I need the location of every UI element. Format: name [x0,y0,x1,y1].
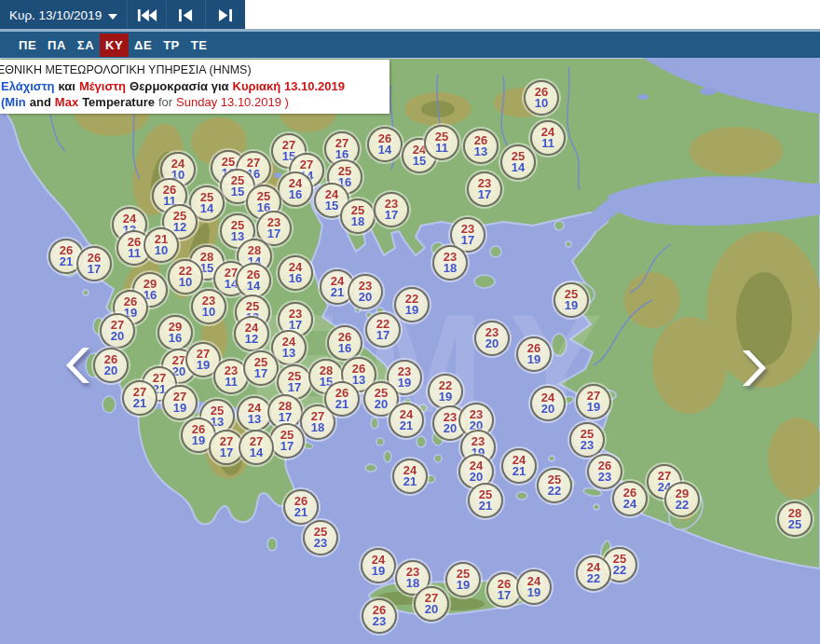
min-temp-value: 16 [289,189,302,201]
min-temp-value: 10 [179,277,192,289]
station-bubble: 2411 [530,120,566,156]
skip-to-first-icon [137,8,157,22]
station-bubble: 2320 [474,321,510,356]
station-bubble: 2412 [234,316,269,351]
station-bubble: 2522 [537,468,572,503]
station-bubble: 2620 [93,348,129,383]
first-day-button[interactable] [127,0,166,31]
min-temp-value: 21 [294,507,308,519]
min-temp-value: 17 [478,189,491,201]
station-bubble: 2310 [191,289,226,324]
info-line-agency: ΕΘΝΙΚΗ ΜΕΤΕΩΡΟΛΟΓΙΚΗ ΥΠΗΡΕΣΙΑ (HNMS) [0,62,384,78]
min-temp-value: 15 [413,156,426,168]
min-temp-value: 20 [541,404,554,416]
day-tab-ΤΕ[interactable]: ΤΕ [185,34,213,57]
station-bubble: 2419 [361,548,396,583]
station-bubble: 2719 [162,385,198,420]
prev-map-arrow[interactable] [65,346,93,385]
info-text-segment: (Min [1,95,26,109]
station-bubble: 2421 [501,448,537,484]
min-temp-value: 21 [60,256,73,268]
min-temp-value: 20 [375,399,388,411]
station-bubble: 2517 [243,350,279,386]
day-tab-ΤΡ[interactable]: ΤΡ [157,34,185,57]
station-bubble: 2614 [236,263,271,298]
station-bubble: 2623 [587,454,622,489]
station-bubble: 2617 [76,246,112,281]
min-temp-value: 17 [279,412,292,424]
step-forward-icon [217,8,233,22]
station-bubble: 2916 [157,315,193,350]
min-temp-value: 16 [338,343,351,355]
min-temp-value: 14 [200,203,213,215]
min-temp-value: 23 [373,616,386,628]
hnms-weather-app: Κυρ. 13/10/2019 [0,0,820,644]
min-temp-value: 18 [406,578,419,590]
min-temp-value: 17 [385,210,398,222]
prev-day-button[interactable] [166,0,205,31]
station-bubble: 2720 [100,313,135,349]
station-bubble: 2523 [303,520,338,555]
caret-down-icon [108,14,117,20]
min-temp-value: 17 [498,590,511,602]
station-bubble: 2421 [392,459,428,494]
station-bubble: 2719 [576,384,611,419]
info-text-segment: for [158,95,172,109]
min-temp-value: 17 [267,228,280,240]
min-temp-value: 17 [220,447,233,459]
min-temp-value: 19 [587,402,600,414]
station-bubble: 2422 [576,555,611,591]
station-bubble: 2621 [324,381,360,417]
min-temp-value: 18 [311,422,324,434]
station-bubble: 2720 [414,586,449,622]
min-temp-value: 21 [400,420,413,432]
station-bubble: 2217 [365,312,401,348]
min-temp-value: 19 [173,403,186,415]
min-temp-value: 22 [548,486,561,498]
min-temp-value: 21 [479,500,492,513]
min-temp-value: 14 [378,144,391,157]
info-line-english: (MinandMaxTemperatureforSunday 13.10.201… [1,94,384,110]
day-tab-ΠΑ[interactable]: ΠΑ [42,34,72,57]
station-bubble: 2517 [269,423,305,459]
station-bubble: 2623 [362,598,397,634]
info-box: ΕΘΝΙΚΗ ΜΕΤΕΩΡΟΛΟΓΙΚΗ ΥΠΗΡΕΣΙΑ (HNMS) Ελά… [0,60,390,114]
station-bubble: 2317 [467,171,502,207]
min-temp-value: 25 [788,519,801,531]
info-text-segment: Θερμοκρασία για [130,79,228,93]
station-bubble: 2421 [389,403,424,438]
info-text-segment: Sunday 13.10.2019 ) [176,95,289,109]
day-tab-ΔΕ[interactable]: ΔΕ [129,34,157,57]
next-day-button[interactable] [205,0,244,31]
station-bubble: 2419 [516,569,552,605]
step-back-icon [178,8,194,22]
min-temp-value: 11 [435,143,448,155]
min-temp-value: 12 [173,222,186,234]
station-bubble: 2523 [569,422,605,458]
station-bubble: 2721 [122,380,157,416]
day-tab-ΣΑ[interactable]: ΣΑ [72,34,100,57]
station-bubble: 2614 [367,127,403,162]
min-temp-value: 15 [325,200,338,212]
station-bubble: 2714 [239,430,274,465]
date-label: Κυρ. 13/10/2019 [9,8,102,22]
min-temp-value: 23 [581,440,594,452]
next-map-arrow[interactable] [739,349,767,388]
min-temp-value: 21 [512,466,526,478]
station-bubble: 2825 [777,501,813,537]
min-temp-value: 20 [111,331,124,343]
station-bubble: 2219 [428,374,463,409]
min-temp-value: 23 [314,538,327,550]
station-bubble: 2922 [664,482,700,517]
min-temp-value: 10 [535,98,548,110]
day-tab-ΚΥ[interactable]: ΚΥ [100,34,129,57]
min-temp-value: 17 [280,441,294,453]
date-picker-button[interactable]: Κυρ. 13/10/2019 [0,0,127,31]
station-bubble: 2317 [374,192,409,227]
day-tab-ΠΕ[interactable]: ΠΕ [13,34,42,57]
min-temp-value: 20 [104,365,117,377]
min-temp-value: 20 [485,338,499,350]
min-temp-value: 14 [512,162,525,174]
station-bubble: 2519 [554,282,589,318]
station-bubble: 2610 [524,80,559,116]
